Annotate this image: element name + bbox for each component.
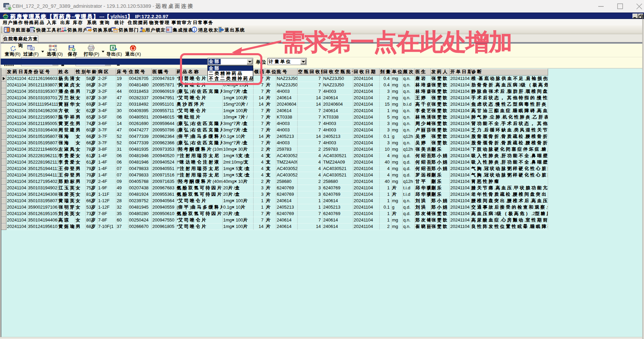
svg-text:2: 2: [31, 47, 33, 50]
